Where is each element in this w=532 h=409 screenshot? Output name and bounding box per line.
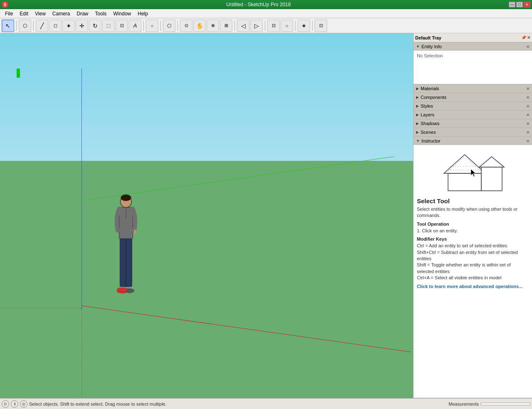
scenes-header[interactable]: ▶ Scenes ✕ — [414, 128, 532, 136]
instructor-mod-title: Modifier Keys — [417, 237, 529, 241]
geo-icon[interactable]: ⊙ — [2, 400, 9, 408]
offset-tool[interactable]: ⊡ — [116, 20, 128, 32]
scenes-close[interactable]: ✕ — [526, 130, 530, 135]
tray-title: Default Tray — [415, 35, 441, 40]
shadow-icon[interactable]: ◎ — [20, 400, 27, 408]
orbit-tool[interactable]: ⊙ — [180, 20, 192, 32]
entity-info-label: Entity Info — [421, 44, 442, 49]
next-view-tool[interactable]: ▷ — [250, 20, 263, 32]
text-tool[interactable]: A — [129, 20, 141, 32]
shadows-label: Shadows — [421, 121, 439, 126]
menu-help[interactable]: Help — [134, 10, 151, 17]
instructor-content: Select Tool Select entities to modify wh… — [414, 145, 532, 398]
toolbar-separator-7 — [265, 21, 265, 31]
pin-button[interactable]: 📌 — [521, 35, 526, 40]
instructor-tool-desc: Select entities to modify when using oth… — [417, 206, 529, 219]
move-tool[interactable]: ✛ — [76, 20, 88, 32]
svg-rect-8 — [118, 288, 127, 292]
menu-bar: File Edit View Camera Draw Tools Window … — [0, 9, 532, 18]
add-scene-tool[interactable]: ⊡ — [315, 20, 327, 32]
entity-info-header[interactable]: ▼ Entity Info ✕ — [414, 42, 532, 51]
status-left: ⊙ ℹ ◎ Select objects. Shift to extend se… — [2, 400, 167, 408]
instructor-section: ▼ Instructor ✕ — [414, 137, 532, 398]
components-close[interactable]: ✕ — [526, 95, 530, 100]
ground-plane — [0, 161, 413, 398]
status-text: Select objects. Shift to extend select. … — [29, 402, 167, 407]
no-selection-text: No Selection — [417, 53, 443, 58]
shadows-close[interactable]: ✕ — [526, 121, 530, 126]
instructor-illustration — [436, 148, 510, 194]
scenes-arrow: ▶ — [416, 130, 419, 134]
entity-info-content: No Selection — [414, 51, 532, 84]
credit-icon[interactable]: ℹ — [11, 400, 18, 408]
entity-info-section: ▼ Entity Info ✕ No Selection — [414, 42, 532, 84]
menu-camera[interactable]: Camera — [49, 10, 74, 17]
select-tool[interactable]: ↖ — [2, 20, 14, 32]
svg-rect-9 — [448, 173, 481, 191]
close-button[interactable]: ✕ — [524, 2, 530, 7]
components-header[interactable]: ▶ Components ✕ — [414, 93, 532, 101]
layers-close[interactable]: ✕ — [526, 113, 530, 117]
styles-close[interactable]: ✕ — [526, 104, 530, 108]
dotted-line-h — [0, 308, 83, 308]
materials-close[interactable]: ✕ — [526, 86, 530, 91]
measurements-area: Measurements — [448, 402, 530, 407]
shadows-header[interactable]: ▶ Shadows ✕ — [414, 119, 532, 128]
entity-info-close[interactable]: ✕ — [526, 44, 530, 49]
scenes-section: ▶ Scenes ✕ — [414, 128, 532, 137]
line-tool[interactable]: ╱ — [36, 20, 48, 32]
look-around-tool[interactable]: ○ — [281, 20, 293, 32]
instructor-header[interactable]: ▼ Instructor ✕ — [414, 137, 532, 145]
toolbar-separator-6 — [234, 21, 235, 31]
layers-section: ▶ Layers ✕ — [414, 111, 532, 119]
components-section: ▶ Components ✕ — [414, 93, 532, 102]
menu-view[interactable]: View — [32, 10, 49, 17]
instructor-learn-link[interactable]: Click to learn more about advanced opera… — [417, 284, 529, 289]
app-title: Untitled - SketchUp Pro 2018 — [8, 2, 509, 7]
components-label: Components — [421, 95, 446, 100]
styles-header[interactable]: ▶ Styles ✕ — [414, 102, 532, 110]
menu-draw[interactable]: Draw — [74, 10, 92, 17]
toolbar-separator-2 — [33, 21, 34, 31]
paint-bucket-tool[interactable]: ⬡ — [163, 20, 175, 32]
walk-tool[interactable]: ⊡ — [267, 20, 280, 32]
menu-file[interactable]: File — [2, 10, 16, 17]
eraser-tool[interactable]: ◻ — [49, 20, 62, 32]
blue-axis — [81, 69, 82, 310]
menu-window[interactable]: Window — [110, 10, 135, 17]
toolbar: ↖ ⬡ ╱ ◻ ◈ ✛ ↻ ⬚ ⊡ A ○ ⬡ ⊙ ✋ ⊕ ⊞ ◁ ▷ ⊡ ○ … — [0, 18, 532, 33]
measurements-input[interactable] — [480, 403, 530, 405]
make-component-tool[interactable]: ⬡ — [19, 20, 31, 32]
tray-header: Default Tray 📌 ✕ — [414, 33, 532, 42]
scale-tool[interactable]: ⬚ — [102, 20, 115, 32]
zoom-extents-tool[interactable]: ⊞ — [220, 20, 232, 32]
pan-tool[interactable]: ✋ — [193, 20, 206, 32]
menu-tools[interactable]: Tools — [92, 10, 110, 17]
main-area: Default Tray 📌 ✕ ▼ Entity Info ✕ No Sele… — [0, 33, 532, 398]
push-pull-tool[interactable]: ◈ — [62, 20, 75, 32]
right-panel: Default Tray 📌 ✕ ▼ Entity Info ✕ No Sele… — [413, 33, 532, 398]
menu-edit[interactable]: Edit — [16, 10, 32, 17]
instructor-label: Instructor — [421, 138, 441, 143]
materials-section: ▶ Materials ✕ — [414, 84, 532, 93]
layers-header[interactable]: ▶ Layers ✕ — [414, 111, 532, 119]
materials-arrow: ▶ — [416, 86, 419, 91]
svg-marker-16 — [479, 157, 504, 167]
zoom-tool[interactable]: ⊕ — [207, 20, 219, 32]
viewport[interactable] — [0, 33, 413, 398]
human-figure — [111, 195, 140, 307]
minimize-button[interactable]: — — [509, 2, 515, 7]
instructor-tool-name: Select Tool — [417, 197, 529, 204]
rotate-tool[interactable]: ↻ — [89, 20, 101, 32]
instructor-close[interactable]: ✕ — [526, 139, 530, 143]
maximize-button[interactable]: □ — [516, 2, 523, 7]
title-bar: S Untitled - SketchUp Pro 2018 — □ ✕ — [0, 0, 532, 9]
entity-info-arrow: ▼ — [416, 44, 420, 49]
instructor-op-title: Tool Operation — [417, 222, 529, 227]
tape-measure-tool[interactable]: ○ — [146, 20, 158, 32]
tray-close-button[interactable]: ✕ — [527, 35, 530, 40]
svg-rect-15 — [481, 167, 502, 191]
materials-header[interactable]: ▶ Materials ✕ — [414, 84, 532, 93]
previous-view-tool[interactable]: ◁ — [237, 20, 249, 32]
section-plane-tool[interactable]: ◈ — [298, 20, 310, 32]
